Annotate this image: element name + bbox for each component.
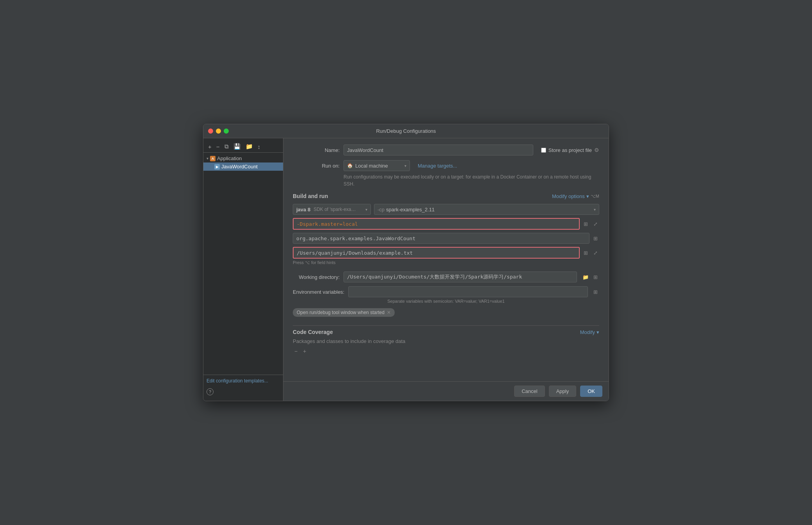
env-vars-label: Environment variables:: [293, 289, 344, 295]
maximize-button[interactable]: [224, 129, 229, 134]
manage-targets-link[interactable]: Manage targets...: [418, 163, 457, 169]
run-config-icon: ▶: [214, 164, 220, 170]
working-dir-expand-button[interactable]: ⊞: [592, 273, 599, 281]
tag-chip-close[interactable]: ✕: [387, 310, 391, 315]
ok-button[interactable]: OK: [580, 386, 602, 397]
remove-config-button[interactable]: −: [215, 143, 221, 151]
coverage-add-button[interactable]: +: [301, 347, 308, 355]
traffic-lights: [208, 129, 229, 134]
coverage-modify-button[interactable]: Modify ▾: [580, 329, 599, 335]
coverage-header: Code Coverage Modify ▾: [293, 329, 599, 335]
dialog-title: Run/Debug Configurations: [376, 128, 436, 134]
sdk-dropdown-arrow: ▾: [365, 207, 367, 212]
save-config-button[interactable]: 💾: [232, 142, 242, 151]
main-class-row: ⊞: [293, 233, 599, 244]
build-run-title: Build and run: [293, 193, 328, 199]
tree-item-javawordcount[interactable]: ▶ JavaWordCount: [203, 162, 283, 171]
dropdown-arrow-run-on: ▾: [404, 164, 406, 168]
run-on-hint: Run configurations may be executed local…: [344, 173, 599, 188]
title-bar: Run/Debug Configurations: [203, 124, 609, 138]
working-dir-row: Working directory: 📁 ⊞: [293, 271, 599, 282]
house-icon: 🏠: [347, 163, 353, 168]
tool-window-chip: Open run/debug tool window when started …: [293, 308, 395, 317]
edit-config-link[interactable]: Edit configuration templates...: [207, 378, 268, 384]
local-machine-text: Local machine: [355, 163, 388, 169]
name-label: Name:: [293, 147, 340, 153]
sdk-row: java 8 SDK of 'spark-exa… ▾ -cp spark-ex…: [293, 204, 599, 215]
main-content: Name: Store as project file ⚙ Run on: 🏠 …: [283, 138, 609, 401]
copy-config-button[interactable]: ⧉: [223, 142, 230, 151]
dialog-body: + − ⧉ 💾 📁 ↕ ▾ A Application ▶ JavaWordCo…: [203, 138, 609, 401]
application-icon: A: [210, 156, 215, 161]
modify-options-button[interactable]: Modify options ▾ ⌥M: [552, 193, 599, 199]
bottom-bar: Cancel Apply OK: [283, 381, 609, 401]
env-hint: Separate variables with semicolon: VAR=v…: [293, 299, 599, 304]
coverage-modify-arrow: ▾: [597, 329, 599, 335]
env-vars-input[interactable]: [348, 286, 588, 297]
sdk-main-label: java 8: [296, 207, 310, 212]
apply-button[interactable]: Apply: [549, 386, 577, 397]
cp-value: spark-examples_2.11: [386, 207, 434, 212]
coverage-subtitle: Packages and classes to include in cover…: [293, 338, 599, 344]
args-expand-button[interactable]: ⊞: [582, 249, 589, 257]
expand-icon: ▾: [207, 156, 208, 161]
sidebar: + − ⧉ 💾 📁 ↕ ▾ A Application ▶ JavaWordCo…: [203, 138, 283, 401]
modify-options-arrow: ▾: [586, 193, 589, 199]
sdk-dropdown[interactable]: java 8 SDK of 'spark-exa… ▾: [293, 204, 371, 215]
modify-options-shortcut: ⌥M: [591, 194, 599, 199]
main-class-input[interactable]: [293, 233, 589, 244]
tag-chip-label: Open run/debug tool window when started: [297, 310, 385, 315]
program-args-input[interactable]: [293, 247, 580, 259]
sidebar-toolbar: + − ⧉ 💾 📁 ↕: [203, 141, 283, 153]
program-args-row: ⊞ ⤢: [293, 247, 599, 259]
sdk-sub-label: SDK of 'spark-exa…: [313, 207, 356, 212]
working-dir-browse-button[interactable]: 📁: [581, 273, 590, 281]
working-dir-actions: 📁 ⊞: [581, 273, 599, 281]
coverage-modify-label: Modify: [580, 329, 595, 335]
config-form: Name: Store as project file ⚙ Run on: 🏠 …: [283, 138, 609, 381]
coverage-title: Code Coverage: [293, 329, 333, 335]
run-debug-dialog: Run/Debug Configurations + − ⧉ 💾 📁 ↕ ▾ A…: [203, 124, 609, 401]
build-run-section: Build and run Modify options ▾ ⌥M java 8…: [293, 193, 599, 265]
coverage-section: Code Coverage Modify ▾ Packages and clas…: [293, 329, 599, 355]
add-config-button[interactable]: +: [207, 143, 213, 151]
vm-options-row: ⊞ ⤢: [293, 218, 599, 230]
store-project-checkbox[interactable]: [541, 148, 546, 153]
config-tree: ▾ A Application ▶ JavaWordCount: [203, 154, 283, 375]
env-vars-expand-button[interactable]: ⊞: [592, 288, 599, 296]
args-fullscreen-button[interactable]: ⤢: [592, 249, 599, 257]
sort-config-button[interactable]: ↕: [256, 143, 262, 151]
cancel-button[interactable]: Cancel: [514, 386, 545, 397]
name-row: Name: Store as project file ⚙: [293, 145, 599, 155]
run-on-label: Run on:: [293, 163, 340, 169]
sidebar-footer: Edit configuration templates... ?: [203, 375, 283, 398]
cp-label: -cp: [378, 207, 385, 212]
cp-dropdown[interactable]: -cp spark-examples_2.11 ▾: [374, 204, 599, 215]
main-class-expand-button[interactable]: ⊞: [592, 235, 599, 242]
cp-dropdown-arrow: ▾: [594, 207, 596, 212]
working-dir-input[interactable]: [344, 271, 577, 282]
minimize-button[interactable]: [216, 129, 221, 134]
vm-expand-button[interactable]: ⊞: [582, 220, 589, 228]
section-divider: [293, 325, 599, 326]
modify-options-label: Modify options: [552, 193, 585, 199]
tag-chip-container: Open run/debug tool window when started …: [293, 308, 599, 322]
working-dir-label: Working directory:: [293, 274, 340, 280]
name-section: Name:: [293, 145, 533, 155]
gear-icon[interactable]: ⚙: [594, 147, 599, 153]
coverage-toolbar: − +: [293, 347, 599, 355]
vm-fullscreen-button[interactable]: ⤢: [592, 220, 599, 228]
tree-item-label: JavaWordCount: [221, 164, 258, 170]
name-input[interactable]: [344, 145, 533, 155]
help-button[interactable]: ?: [207, 388, 214, 395]
close-button[interactable]: [208, 129, 213, 134]
run-on-row: Run on: 🏠 Local machine ▾ Manage targets…: [293, 160, 599, 171]
local-machine-dropdown[interactable]: 🏠 Local machine ▾: [344, 160, 410, 171]
store-section: Store as project file ⚙: [541, 147, 599, 153]
env-vars-row: Environment variables: ⊞: [293, 286, 599, 297]
field-hint: Press ⌥ for field hints: [293, 260, 599, 265]
coverage-remove-button[interactable]: −: [293, 347, 299, 355]
tree-group-application[interactable]: ▾ A Application: [203, 154, 283, 162]
folder-config-button[interactable]: 📁: [244, 142, 255, 151]
vm-options-input[interactable]: [293, 218, 580, 230]
